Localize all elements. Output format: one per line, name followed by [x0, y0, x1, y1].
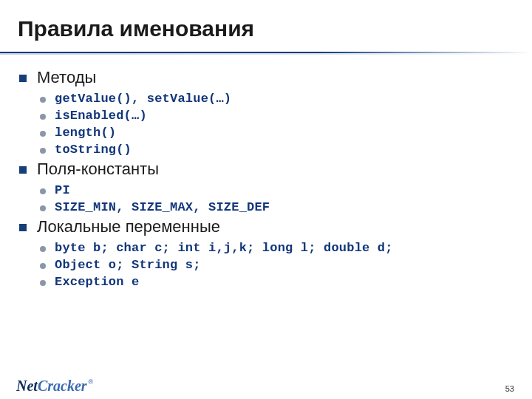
- footer: NetCracker® 53: [0, 374, 532, 399]
- code-text: PI: [55, 183, 70, 197]
- brand-reg: ®: [89, 378, 94, 386]
- list-item: toString(): [40, 143, 514, 157]
- dot-bullet-icon: [40, 205, 46, 211]
- dot-bullet-icon: [40, 131, 46, 137]
- code-text: isEnabled(…): [55, 109, 147, 123]
- slide: Правила именования Методы getValue(), se…: [0, 0, 532, 399]
- code-text: SIZE_MIN, SIZE_MAX, SIZE_DEF: [55, 200, 270, 214]
- square-bullet-icon: [19, 224, 27, 231]
- brand-logo: NetCracker®: [16, 378, 93, 395]
- list-item: byte b; char c; int i,j,k; long l; doubl…: [40, 241, 514, 255]
- code-text: toString(): [55, 143, 132, 157]
- list-item: SIZE_MIN, SIZE_MAX, SIZE_DEF: [40, 200, 514, 214]
- brand-cracker: Cracker: [38, 378, 87, 395]
- square-bullet-icon: [19, 166, 27, 174]
- code-text: length(): [55, 126, 116, 140]
- square-bullet-icon: [19, 75, 27, 82]
- section-heading: Поля-константы: [19, 160, 514, 179]
- section-heading-text: Локальные переменные: [37, 217, 220, 236]
- page-title: Правила именования: [18, 16, 514, 41]
- section-heading: Локальные переменные: [19, 217, 514, 236]
- list-item: Object o; String s;: [40, 258, 514, 272]
- dot-bullet-icon: [40, 246, 46, 252]
- title-rule: [18, 52, 514, 55]
- section-heading-text: Методы: [37, 68, 96, 87]
- list-item: isEnabled(…): [40, 109, 514, 123]
- dot-bullet-icon: [40, 148, 46, 154]
- code-text: Object o; String s;: [55, 258, 201, 272]
- list-item: length(): [40, 126, 514, 140]
- code-text: byte b; char c; int i,j,k; long l; doubl…: [55, 241, 393, 255]
- section-heading: Методы: [19, 68, 514, 87]
- code-text: Exception e: [55, 275, 139, 289]
- brand-net: Net: [16, 378, 38, 395]
- list-item: getValue(), setValue(…): [40, 92, 514, 106]
- code-text: getValue(), setValue(…): [55, 92, 231, 106]
- dot-bullet-icon: [40, 188, 46, 194]
- list-item: Exception e: [40, 275, 514, 289]
- content: Методы getValue(), setValue(…) isEnabled…: [19, 68, 514, 289]
- list-item: PI: [40, 183, 514, 197]
- dot-bullet-icon: [40, 280, 46, 286]
- dot-bullet-icon: [40, 114, 46, 120]
- section-heading-text: Поля-константы: [37, 160, 159, 179]
- page-number: 53: [505, 384, 514, 393]
- dot-bullet-icon: [40, 97, 46, 103]
- dot-bullet-icon: [40, 263, 46, 269]
